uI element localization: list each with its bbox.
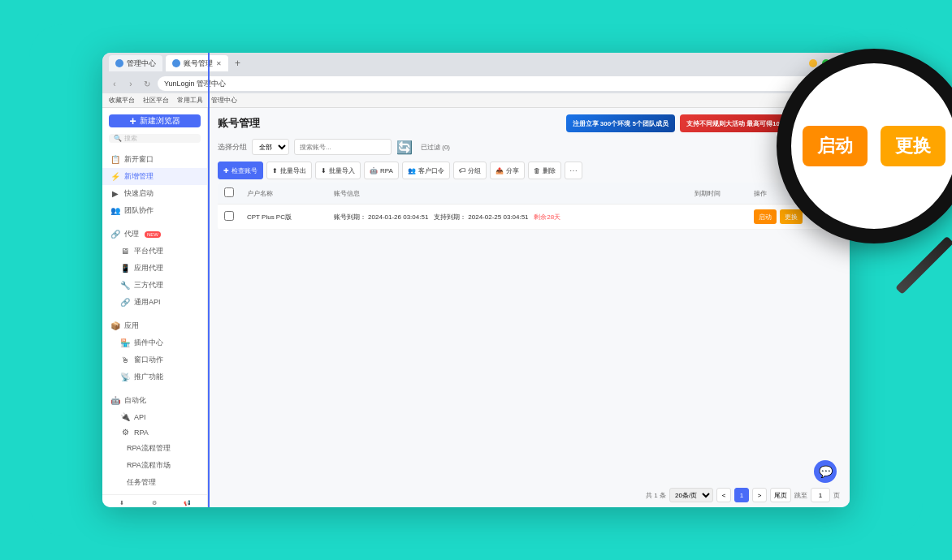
customer-cmd-btn[interactable]: 👥 客户口令: [402, 162, 450, 179]
expire-date: 2024-02-25 03:04:51: [468, 213, 528, 221]
browser-tab-account[interactable]: 账号管理 ✕: [166, 55, 228, 71]
banner-area: 注册立享 300个环境 5个团队成员 支持不同规则大活动 最高可得10000元+: [566, 114, 807, 132]
announcement-btn[interactable]: 📢 公告: [182, 500, 193, 507]
sidebar-item-platform-proxy[interactable]: 🖥 平台代理: [102, 243, 207, 260]
prev-page-btn[interactable]: <: [716, 488, 731, 502]
sidebar-item-plugin-label: 插件中心: [134, 338, 163, 348]
prev-icon: <: [722, 492, 726, 499]
tab-bar: 管理中心 账号管理 ✕ +: [109, 55, 804, 71]
migrate-btn[interactable]: ⬇ 迁移: [116, 500, 128, 507]
delete-btn[interactable]: 🗑 删除: [528, 162, 561, 179]
forward-btn[interactable]: ›: [125, 80, 136, 88]
sidebar-item-rpa[interactable]: ⚙ RPA: [102, 424, 207, 440]
tab-favicon-manage: [115, 59, 123, 67]
total-count: 共 1 条: [646, 491, 666, 500]
jump-input[interactable]: [811, 488, 830, 502]
refresh-btn[interactable]: ↻: [141, 80, 153, 88]
row-checkbox-0[interactable]: [224, 211, 234, 221]
sidebar-item-apps[interactable]: 📦 应用: [102, 317, 207, 334]
magnifier-start-btn[interactable]: 启动: [803, 126, 868, 166]
search-refresh-icon[interactable]: 🔄: [396, 140, 413, 155]
tab-close-icon[interactable]: ✕: [216, 60, 222, 67]
sidebar-item-rpa-manage[interactable]: RPA流程管理: [102, 440, 207, 457]
plugin-icon: 🏪: [120, 338, 130, 347]
sidebar-item-account-manage-label: 新增管理: [124, 171, 154, 182]
select-all-checkbox[interactable]: [224, 187, 234, 197]
batch-export-btn[interactable]: ⬆ 批量导出: [266, 162, 312, 179]
team-icon: 👥: [110, 206, 120, 215]
api-icon: 🔗: [120, 298, 130, 307]
new-tab-btn[interactable]: +: [232, 58, 244, 69]
create-browser-btn[interactable]: + 新建浏览器: [109, 114, 201, 127]
td-account-info: 账号到期： 2024-01-26 03:04:51 支持到期： 2024-02-…: [327, 205, 689, 230]
sidebar-item-api[interactable]: 🔗 通用API: [102, 294, 207, 311]
sidebar-item-app-proxy[interactable]: 📱 应用代理: [102, 260, 207, 277]
bookmark-item-1[interactable]: 社区平台: [143, 96, 169, 105]
start-btn[interactable]: 启动: [754, 209, 777, 224]
filter-select[interactable]: 全部: [252, 139, 289, 155]
tab-label-manage: 管理中心: [127, 58, 156, 69]
back-btn[interactable]: ‹: [109, 80, 120, 88]
platform-proxy-icon: 🖥: [120, 247, 130, 256]
settings-btn[interactable]: ⚙ 设置: [149, 500, 160, 507]
sidebar-search[interactable]: 🔍 搜索: [109, 134, 201, 143]
remaining-days: 剩余28天: [534, 213, 560, 221]
api-sub-icon: 🔌: [120, 412, 130, 421]
next-page-btn[interactable]: >: [752, 488, 767, 502]
sidebar-item-team[interactable]: 👥 团队协作: [102, 202, 207, 219]
check-account-btn[interactable]: ✚ 检查账号: [218, 162, 263, 179]
sidebar-item-quick-start-label: 快速启动: [124, 188, 154, 199]
sidebar-item-automation[interactable]: 🤖 自动化: [102, 392, 207, 409]
sidebar-item-plugin[interactable]: 🏪 插件中心: [102, 334, 207, 351]
bookmark-item-2[interactable]: 常用工具: [177, 96, 203, 105]
sidebar-item-rpa-market[interactable]: RPA流程市场: [102, 457, 207, 474]
share-btn[interactable]: 📤 分享: [490, 162, 525, 179]
magnifier-content: 启动 更换: [791, 63, 952, 229]
filter-row: 选择分组 全部 🔄 已过滤 (0): [208, 136, 850, 158]
sidebar-item-account-manage[interactable]: ⚡ 新增管理: [102, 168, 207, 185]
apps-icon: 📦: [110, 321, 120, 330]
table-header-row: 户户名称 账号信息 到期时间 操作: [218, 183, 840, 205]
sidebar-item-window-action-label: 窗口动作: [134, 355, 163, 365]
magnifier-start-label: 启动: [817, 134, 853, 158]
bookmark-item-0[interactable]: 收藏平台: [109, 96, 135, 105]
sidebar-item-api-sub[interactable]: 🔌 API: [102, 409, 207, 424]
outer-wrapper: 管理中心 账号管理 ✕ + ‹ › ↻ YunLogin 管理中心: [29, 24, 923, 536]
start-btn-label: 启动: [759, 213, 772, 221]
sidebar-item-window-action[interactable]: 🖱 窗口动作: [102, 351, 207, 368]
browser-tab-manage[interactable]: 管理中心: [109, 55, 162, 71]
float-action-btn[interactable]: 💬: [814, 460, 837, 483]
sidebar-item-promo[interactable]: 📡 推广功能: [102, 368, 207, 386]
sidebar-item-third-proxy[interactable]: 🔧 三方代理: [102, 277, 207, 294]
tab-favicon-account: [172, 59, 180, 67]
account-search-input[interactable]: [294, 139, 392, 155]
sidebar-item-task-manage-label: 任务管理: [127, 477, 156, 488]
table-header: 户户名称 账号信息 到期时间 操作: [218, 183, 840, 205]
check-icon: ✚: [223, 167, 229, 174]
sidebar-item-apps-label: 应用: [124, 321, 139, 331]
create-btn-label: 新建浏览器: [140, 115, 180, 127]
page-size-select[interactable]: 20条/页: [669, 488, 713, 502]
group-btn[interactable]: 🏷 分组: [453, 162, 487, 179]
batch-import-btn[interactable]: ⬇ 批量导入: [315, 162, 361, 179]
jump-label: 跳至: [794, 491, 807, 500]
sidebar-item-task-manage[interactable]: 任务管理: [102, 474, 207, 491]
page-1-btn[interactable]: 1: [734, 488, 749, 502]
share-label: 分享: [506, 166, 519, 175]
last-page-btn[interactable]: 尾页: [770, 488, 791, 502]
magnifier-change-btn[interactable]: 更换: [881, 126, 946, 166]
customer-cmd-label: 客户口令: [418, 166, 444, 175]
sidebar-item-rpa-market-label: RPA流程市场: [127, 460, 171, 471]
proxy-badge: NEW: [145, 231, 161, 238]
th-expire: 到期时间: [688, 183, 746, 205]
sidebar-item-proxy[interactable]: 🔗 代理 NEW: [102, 226, 207, 243]
sidebar-item-quick-start[interactable]: ▶ 快速启动: [102, 185, 207, 202]
window-action-icon: 🖱: [120, 355, 130, 364]
rpa-btn[interactable]: 🤖 RPA: [364, 162, 399, 179]
sidebar-item-new-window[interactable]: 📋 新开窗口: [102, 151, 207, 168]
address-bar[interactable]: YunLogin 管理中心: [158, 76, 843, 91]
more-btn[interactable]: ⋯: [565, 162, 582, 179]
plus-icon: +: [129, 114, 136, 127]
sidebar-item-proxy-label: 代理: [124, 229, 139, 239]
bookmark-item-3[interactable]: 管理中心: [211, 96, 237, 105]
